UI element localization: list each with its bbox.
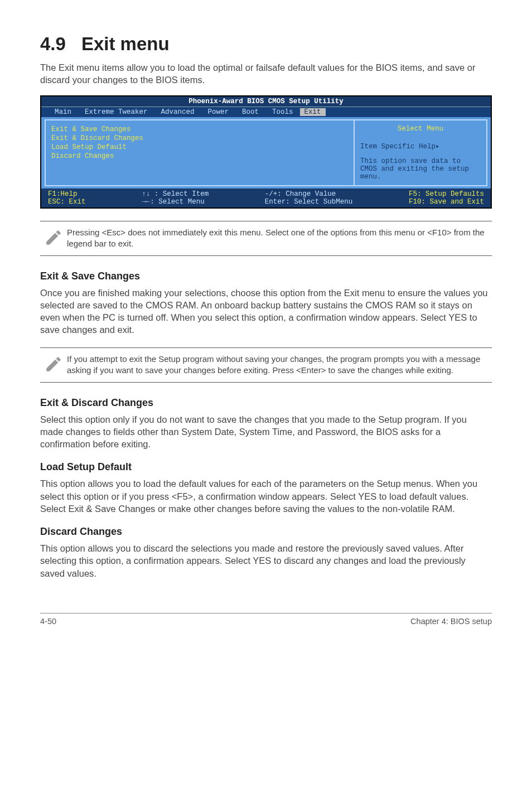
bios-menu-tweaker: Extreme Tweaker	[78, 108, 154, 116]
heading-number: 4.9	[40, 33, 66, 54]
note-text-2: If you attempt to exit the Setup program…	[67, 354, 489, 376]
page-heading: 4.9Exit menu	[40, 33, 492, 55]
bios-left-panel: Exit & Save Changes Exit & Discard Chang…	[45, 119, 354, 186]
bios-footer-col3: -/+: Change ValueEnter: Select SubMenu	[265, 190, 353, 206]
page-footer: 4-50 Chapter 4: BIOS setup	[40, 613, 492, 626]
note-callout-1: Pressing <Esc> does not immediately exit…	[40, 221, 492, 256]
pencil-icon	[40, 354, 67, 376]
section-title-save: Exit & Save Changes	[40, 270, 492, 282]
pencil-icon	[40, 227, 67, 250]
bios-help-label: Item Specific Help▸	[360, 142, 481, 151]
bios-menu-advanced: Advanced	[154, 108, 201, 116]
note-callout-2: If you attempt to exit the Setup program…	[40, 347, 492, 383]
section-title-discard: Discard Changes	[40, 526, 492, 538]
bios-menu-boot: Boot	[235, 108, 265, 116]
bios-menu-exit: Exit	[300, 108, 326, 116]
note-text-1: Pressing <Esc> does not immediately exit…	[67, 227, 489, 250]
bios-right-panel: Select Menu Item Specific Help▸ This opt…	[354, 119, 487, 186]
bios-footer-col2: ↑↓ : Select Item→←: Select Menu	[142, 190, 209, 206]
section-title-discard-exit: Exit & Discard Changes	[40, 397, 492, 409]
section-body-load-default: This option allows you to load the defau…	[40, 477, 492, 515]
chapter-label: Chapter 4: BIOS setup	[410, 617, 492, 626]
section-body-save: Once you are finished making your select…	[40, 287, 492, 336]
section-body-discard: This option allows you to discard the se…	[40, 542, 492, 579]
bios-item-load-default: Load Setup Default	[51, 143, 348, 152]
bios-menu-tools: Tools	[265, 108, 300, 116]
bios-menu-power: Power	[201, 108, 236, 116]
bios-item-save: Exit & Save Changes	[51, 125, 348, 134]
bios-body: Exit & Save Changes Exit & Discard Chang…	[41, 117, 491, 189]
bios-item-discard: Discard Changes	[51, 152, 348, 161]
bios-help-body: This option save data to CMOS and exitin…	[360, 157, 481, 181]
bios-footer: F1:HelpESC: Exit ↑↓ : Select Item→←: Sel…	[41, 189, 491, 207]
bios-right-title: Select Menu	[360, 125, 481, 133]
bios-footer-col4: F5: Setup DefaultsF10: Save and Exit	[409, 190, 484, 206]
bios-screenshot: Phoenix-Award BIOS CMOS Setup Utility Ma…	[40, 95, 492, 209]
section-title-load-default: Load Setup Default	[40, 461, 492, 473]
intro-paragraph: The Exit menu items allow you to load th…	[40, 61, 492, 86]
heading-text: Exit menu	[81, 33, 170, 54]
bios-menu-main: Main	[48, 108, 78, 116]
page-number: 4-50	[40, 617, 56, 626]
bios-title: Phoenix-Award BIOS CMOS Setup Utility	[41, 96, 491, 107]
bios-footer-col1: F1:HelpESC: Exit	[48, 190, 86, 206]
bios-menubar: Main Extreme Tweaker Advanced Power Boot…	[41, 107, 491, 117]
section-body-discard-exit: Select this option only if you do not wa…	[40, 413, 492, 451]
bios-item-discard-exit: Exit & Discard Changes	[51, 134, 348, 143]
